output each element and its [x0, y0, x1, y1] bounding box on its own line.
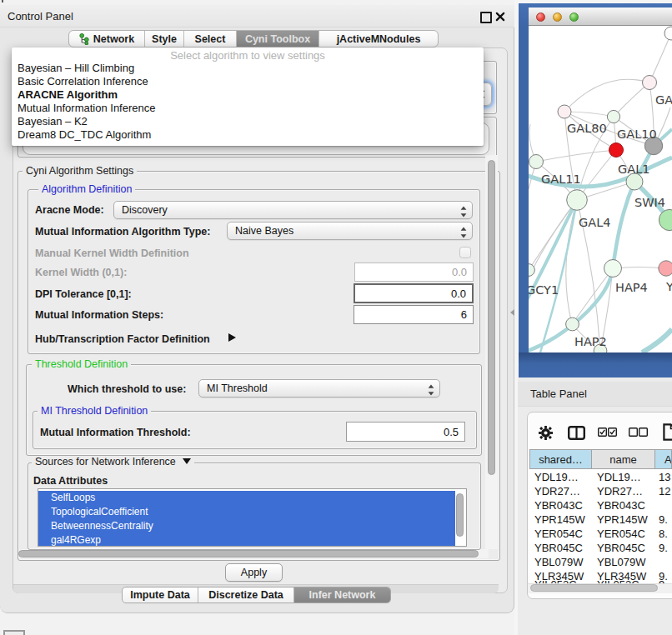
tab-network[interactable]: Network [69, 31, 144, 47]
data-attributes-label: Data Attributes [33, 475, 108, 487]
table-cell[interactable]: 13 [659, 470, 672, 484]
list-item[interactable]: BetweennessCentrality [38, 519, 455, 533]
node-swi4[interactable] [626, 173, 643, 190]
dropdown-item[interactable]: Dream8 DC_TDC Algorithm [18, 128, 478, 142]
node-salmon[interactable] [659, 261, 672, 276]
settings-hscrollbar-thumb[interactable] [18, 550, 479, 558]
which-threshold-label: Which threshold to use: [68, 383, 186, 395]
close-traffic-light-icon[interactable] [536, 12, 545, 22]
column-header-name[interactable]: name [592, 449, 655, 469]
node-label: GAL [655, 93, 672, 107]
which-threshold-combobox[interactable]: MI Threshold [198, 379, 440, 398]
table-cell[interactable]: YER054C [597, 527, 655, 541]
node-gal4[interactable] [567, 190, 588, 211]
sources-title-wrap[interactable]: Sources for Network Inference [32, 456, 194, 468]
node-gal80[interactable] [558, 105, 571, 118]
combo-arrows-icon [428, 384, 434, 396]
dpi-tolerance-field[interactable]: 0.0 [354, 283, 474, 303]
apply-button[interactable]: Apply [225, 563, 283, 582]
settings-vscrollbar-thumb[interactable] [488, 160, 495, 475]
dropdown-item-selected[interactable]: ARACNE Algorithm [18, 88, 478, 102]
aracne-mode-combobox[interactable]: Discovery [113, 201, 473, 219]
cyni-mode-tabs: Impute Data Discretize Data Infer Networ… [122, 587, 391, 603]
list-item[interactable]: TopologicalCoefficient [38, 505, 455, 519]
network-graph: GAL GAL80 GAL10 GAL1 GAL11 SWI4 GAL4 GCY… [529, 26, 672, 352]
table-cell[interactable]: YDR27… [534, 484, 592, 498]
float-window-icon[interactable] [480, 12, 492, 23]
table-cell[interactable]: YBL079W [534, 555, 592, 569]
table-cell[interactable]: 9. [659, 541, 672, 555]
expand-right-icon[interactable] [228, 333, 236, 342]
node[interactable] [643, 76, 657, 90]
network-window-titlebar[interactable] [529, 8, 672, 26]
table-panel-title: Table Panel [530, 388, 587, 400]
table-cell[interactable]: YDL19… [534, 470, 592, 484]
node-hap4[interactable] [604, 260, 622, 278]
dropdown-item[interactable]: Bayesian – K2 [18, 115, 478, 128]
table-cell[interactable]: YPR145W [597, 512, 655, 527]
control-panel-title: Control Panel [8, 10, 73, 22]
node-gal11[interactable] [529, 155, 544, 169]
document-icon[interactable] [663, 423, 672, 441]
table-cell[interactable]: YBR045C [534, 541, 592, 555]
node-gcy1[interactable] [529, 264, 534, 277]
table-cell[interactable]: YBL079W [597, 555, 655, 569]
combo-arrows-icon [460, 206, 467, 218]
tab-impute-data[interactable]: Impute Data [123, 588, 198, 602]
mi-type-combobox[interactable]: Naive Bayes [227, 222, 473, 240]
table-hscrollbar-thumb[interactable] [530, 584, 658, 592]
node-gal1[interactable] [609, 143, 624, 158]
node-hap2[interactable] [566, 318, 579, 331]
manual-kernel-checkbox[interactable] [459, 247, 471, 258]
table-cell[interactable]: YER054C [534, 527, 592, 541]
control-panel-tabs: Network Style Select Cyni Toolbox jActiv… [68, 30, 439, 48]
dropdown-item[interactable]: Bayesian – Hill Climbing [18, 62, 478, 75]
network-canvas[interactable]: GAL GAL80 GAL10 GAL1 GAL11 SWI4 GAL4 GCY… [529, 26, 672, 352]
list-item[interactable]: gal4RGexp [38, 533, 455, 547]
mi-steps-value: 6 [461, 308, 467, 321]
dropdown-placeholder: Select algorithm to view settings [18, 49, 478, 62]
kernel-width-field[interactable]: 0.0 [354, 262, 474, 282]
checked-pair-icon[interactable] [598, 428, 617, 437]
tab-jactivemnodules[interactable]: jActiveMNodules [318, 31, 438, 47]
table-cell[interactable]: YDR27… [597, 484, 655, 498]
table-cell[interactable]: 12 [659, 484, 672, 498]
mi-steps-field[interactable]: 6 [354, 305, 474, 324]
table-cell[interactable]: YBR043C [597, 498, 655, 512]
tab-cyni-toolbox[interactable]: Cyni Toolbox [236, 31, 318, 47]
column-header-shared-name[interactable]: shared… [529, 449, 592, 469]
unchecked-pair-icon[interactable] [629, 428, 648, 437]
list-item[interactable]: SelfLoops [38, 491, 455, 505]
node[interactable] [664, 27, 672, 40]
tab-select[interactable]: Select [183, 31, 236, 47]
minimize-traffic-light-icon[interactable] [553, 12, 562, 22]
gear-icon[interactable] [539, 426, 553, 440]
node-gal10[interactable] [607, 110, 619, 122]
columns-icon[interactable] [568, 426, 585, 440]
table-cell[interactable]: YBR045C [597, 541, 655, 555]
table-cell[interactable]: 9. [659, 512, 672, 527]
table-cell[interactable] [659, 555, 672, 569]
zoom-traffic-light-icon[interactable] [569, 12, 579, 22]
collapse-down-icon[interactable] [183, 458, 191, 464]
table-cell[interactable]: YPR145W [534, 512, 592, 527]
dropdown-item[interactable]: Mutual Information Inference [18, 102, 478, 115]
control-panel-titlebar[interactable] [0, 5, 514, 28]
list-vscrollbar-thumb[interactable] [456, 493, 464, 537]
data-attributes-list[interactable]: SelfLoops TopologicalCoefficient Between… [38, 488, 467, 547]
dropdown-item[interactable]: Basic Correlation Inference [18, 75, 478, 88]
mi-type-label: Mutual Information Algorithm Type: [35, 226, 210, 238]
float-panel-icon[interactable] [3, 630, 25, 635]
split-pane-collapse-icon[interactable] [510, 309, 514, 316]
table-cell[interactable] [659, 498, 672, 512]
column-header-partial[interactable]: A [655, 449, 672, 469]
node-label: HAP4 [615, 281, 648, 294]
tab-discretize-data[interactable]: Discretize Data [198, 588, 293, 602]
mi-threshold-field[interactable]: 0.5 [346, 422, 465, 442]
close-icon[interactable] [495, 12, 505, 22]
tab-infer-network[interactable]: Infer Network [293, 588, 390, 602]
table-cell[interactable]: 8. [659, 527, 672, 541]
table-cell[interactable]: YDL19… [597, 470, 655, 484]
tab-style[interactable]: Style [144, 31, 183, 47]
table-cell[interactable]: YBR043C [534, 498, 592, 512]
